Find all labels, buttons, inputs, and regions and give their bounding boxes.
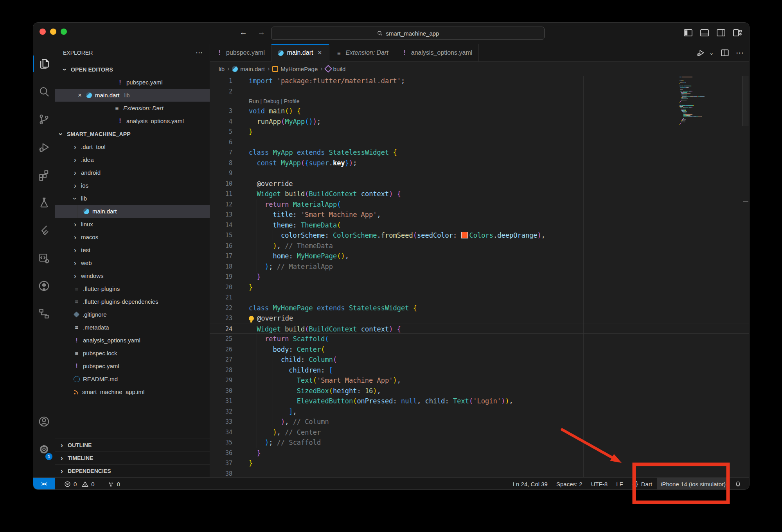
- tree-folder-macos[interactable]: ›macos: [55, 231, 210, 244]
- tree-file-analysis_options.yaml[interactable]: !analysis_options.yaml: [55, 334, 210, 347]
- breadcrumb-lib[interactable]: lib: [219, 66, 225, 72]
- zoom-window-button[interactable]: [61, 29, 67, 35]
- status-ln-24-col-39[interactable]: Ln 24, Col 39: [509, 478, 551, 489]
- code-line-3[interactable]: 3void main() {: [210, 106, 749, 116]
- status-iphone-14-ios-simulator-[interactable]: iPhone 14 (ios simulator): [657, 478, 729, 489]
- scrollbar-thumb[interactable]: [742, 76, 748, 126]
- breadcrumb-main.dart[interactable]: main.dart: [232, 66, 265, 72]
- code-line-34[interactable]: 34 ), // Center: [210, 427, 749, 438]
- close-window-button[interactable]: [40, 29, 46, 35]
- code-line-10[interactable]: 10 @override: [210, 179, 749, 189]
- section-timeline[interactable]: ›TIMELINE: [55, 451, 210, 464]
- toggle-secondary-sidebar[interactable]: [715, 27, 726, 38]
- activity-explorer[interactable]: [33, 50, 55, 78]
- code-line-29[interactable]: 29 Text('Smart Machine App'),: [210, 375, 749, 386]
- code-line-31[interactable]: 31 ElevatedButton(onPressed: null, child…: [210, 396, 749, 407]
- activity-flutter[interactable]: [33, 217, 55, 244]
- codelens-row[interactable]: Run | Debug | Profile: [210, 97, 749, 106]
- code-line-20[interactable]: 20}: [210, 282, 749, 293]
- code-line-21[interactable]: 21: [210, 292, 749, 303]
- code-line-26[interactable]: 26 body: Center(: [210, 344, 749, 355]
- code-line-17[interactable]: 17 home: MyHomePage(),: [210, 251, 749, 262]
- code-line-1[interactable]: 1import 'package:flutter/material.dart';: [210, 76, 749, 86]
- tree-folder-lib[interactable]: ›lib: [55, 192, 210, 205]
- tree-file-main.dart[interactable]: main.dart: [55, 205, 210, 218]
- code-line-33[interactable]: 33 ), // Column: [210, 417, 749, 427]
- tree-folder-web[interactable]: ›web: [55, 256, 210, 269]
- activity-testing[interactable]: [33, 189, 55, 217]
- tree-folder-.idea[interactable]: ›.idea: [55, 153, 210, 166]
- breadcrumb-build[interactable]: build: [325, 66, 346, 72]
- tree-folder-.dart_tool[interactable]: ›.dart_tool: [55, 140, 210, 153]
- code-line-18[interactable]: 18 ); // MaterialApp: [210, 262, 749, 272]
- activity-run-debug[interactable]: [33, 133, 55, 161]
- status-dart[interactable]: {}Dart: [628, 478, 656, 489]
- code-line-25[interactable]: 25 return Scaffold(: [210, 334, 749, 344]
- code-line-36[interactable]: 36 }: [210, 448, 749, 459]
- code-line-27[interactable]: 27 child: Column(: [210, 355, 749, 365]
- project-root-header[interactable]: ›SMART_MACHINE_APP: [55, 127, 210, 140]
- tree-folder-test[interactable]: ›test: [55, 244, 210, 256]
- open-editor-item[interactable]: !pubspec.yaml: [55, 76, 210, 89]
- tree-folder-linux[interactable]: ›linux: [55, 218, 210, 231]
- problems-status[interactable]: 0 0: [60, 478, 98, 489]
- breadcrumb-myhomepage[interactable]: MyHomePage: [272, 66, 318, 72]
- tab-main-dart[interactable]: main.dart×: [271, 44, 330, 62]
- open-editor-item[interactable]: ≡Extension: Dart: [55, 102, 210, 115]
- tree-file-smart_machine_app.iml[interactable]: smart_machine_app.iml: [55, 385, 210, 398]
- more-actions[interactable]: ⋯: [736, 48, 744, 57]
- run-or-debug[interactable]: [696, 48, 706, 58]
- codelens-actions[interactable]: Run | Debug | Profile: [249, 97, 299, 106]
- code-line-13[interactable]: 13 title: 'Smart Machine App',: [210, 210, 749, 220]
- code-line-5[interactable]: 5}: [210, 127, 749, 137]
- code-line-38[interactable]: 38: [210, 469, 749, 478]
- code-editor[interactable]: 1import 'package:flutter/material.dart';…: [210, 76, 749, 477]
- code-line-23[interactable]: 23@override: [210, 313, 749, 324]
- code-line-37[interactable]: 37}: [210, 458, 749, 469]
- code-line-4[interactable]: 4 runApp(MyApp());: [210, 116, 749, 127]
- activity-extensions[interactable]: [33, 161, 55, 189]
- code-line-14[interactable]: 14 theme: ThemeData(: [210, 220, 749, 231]
- code-line-32[interactable]: 32 ],: [210, 407, 749, 417]
- tab-analysis-options-yaml[interactable]: !analysis_options.yaml: [395, 44, 479, 61]
- tree-file-.flutter-plugins[interactable]: ≡.flutter-plugins: [55, 282, 210, 295]
- open-editor-item[interactable]: ×main.dartlib: [55, 89, 210, 102]
- status-utf-8[interactable]: UTF-8: [588, 478, 611, 489]
- code-line-11[interactable]: 11 Widget build(BuildContext context) {: [210, 189, 749, 199]
- activity-devtools[interactable]: [33, 244, 55, 272]
- minimize-window-button[interactable]: [50, 29, 56, 35]
- tree-folder-windows[interactable]: ›windows: [55, 269, 210, 282]
- status-spaces-2[interactable]: Spaces: 2: [553, 478, 586, 489]
- section-dependencies[interactable]: ›DEPENDENCIES: [55, 464, 210, 477]
- tab-extension-dart[interactable]: ≡Extension: Dart: [329, 44, 395, 61]
- code-line-22[interactable]: 22class MyHomePage extends StatelessWidg…: [210, 303, 749, 313]
- customize-layout[interactable]: [732, 27, 743, 38]
- tree-file-pubspec.lock[interactable]: ≡pubspec.lock: [55, 347, 210, 360]
- split-editor[interactable]: [720, 48, 730, 58]
- code-line-2[interactable]: 2: [210, 86, 749, 97]
- minimap[interactable]: [680, 77, 724, 127]
- code-line-35[interactable]: 35 ); // Scaffold: [210, 437, 749, 448]
- activity-github[interactable]: [33, 272, 55, 300]
- tree-file-.gitignore[interactable]: .gitignore: [55, 308, 210, 321]
- activity-source-control[interactable]: [33, 106, 55, 133]
- code-line-6[interactable]: 6: [210, 137, 749, 148]
- chevron-down-icon[interactable]: ⌄: [709, 49, 714, 56]
- code-line-28[interactable]: 28 children: [: [210, 365, 749, 376]
- remote-indicator[interactable]: ><: [33, 478, 55, 489]
- tree-file-README.md[interactable]: README.md: [55, 373, 210, 385]
- code-line-16[interactable]: 16 ), // ThemeData: [210, 241, 749, 251]
- code-line-30[interactable]: 30 SizedBox(height: 16),: [210, 386, 749, 396]
- open-editor-item[interactable]: !analysis_options.yaml: [55, 115, 210, 127]
- open-editors-header[interactable]: ›OPEN EDITORS: [55, 63, 210, 76]
- code-line-15[interactable]: 15 colorScheme: ColorScheme.fromSeed(see…: [210, 230, 749, 241]
- section-outline[interactable]: ›OUTLINE: [55, 439, 210, 451]
- status-lf[interactable]: LF: [613, 478, 627, 489]
- activity-hierarchy[interactable]: [33, 300, 55, 328]
- tab-pubspec-yaml[interactable]: !pubspec.yaml: [210, 44, 271, 61]
- forward-arrow-icon[interactable]: →: [257, 28, 266, 37]
- tree-file-pubspec.yaml[interactable]: !pubspec.yaml: [55, 360, 210, 373]
- close-icon[interactable]: ×: [316, 49, 323, 57]
- activity-account[interactable]: [33, 408, 55, 435]
- code-line-7[interactable]: 7class MyApp extends StatelessWidget {: [210, 147, 749, 158]
